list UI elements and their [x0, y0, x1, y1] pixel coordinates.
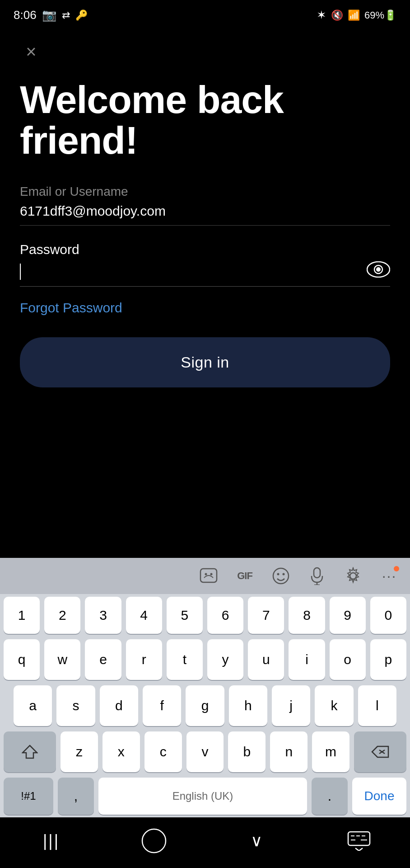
key-5[interactable]: 5: [167, 597, 203, 634]
svg-rect-17: [348, 832, 370, 845]
status-left: 8:06 📷 ⇄ 🔑: [14, 8, 88, 22]
status-bar: 8:06 📷 ⇄ 🔑 ✶ 🔇 📶 69%🔋: [0, 0, 410, 27]
eye-toggle-icon[interactable]: [367, 261, 390, 282]
backspace-key[interactable]: [354, 731, 406, 772]
svg-point-2: [376, 267, 381, 272]
space-key[interactable]: English (UK): [98, 778, 307, 815]
home-button[interactable]: [131, 827, 177, 854]
gear-icon[interactable]: [341, 564, 365, 588]
camera-icon: 📷: [42, 8, 56, 22]
key-6[interactable]: 6: [207, 597, 243, 634]
period-key[interactable]: .: [312, 778, 348, 815]
battery-icon: 69%🔋: [364, 9, 396, 21]
close-button[interactable]: ×: [20, 40, 42, 63]
svg-point-4: [205, 573, 207, 576]
keyboard-row-zxcv: z x c v b n m: [0, 729, 410, 775]
recents-button[interactable]: ∨: [234, 831, 279, 850]
forgot-password-link[interactable]: Forgot Password: [20, 300, 122, 316]
key-q[interactable]: q: [4, 639, 40, 680]
key-e[interactable]: e: [85, 639, 121, 680]
gif-icon[interactable]: GIF: [233, 564, 256, 588]
key-k[interactable]: k: [315, 685, 353, 726]
svg-marker-13: [23, 745, 37, 758]
status-right: ✶ 🔇 📶 69%🔋: [317, 8, 396, 22]
cast-icon: ⇄: [62, 9, 70, 21]
key-s[interactable]: s: [56, 685, 95, 726]
key-u[interactable]: u: [248, 639, 284, 680]
bluetooth-icon: ✶: [317, 8, 326, 22]
comma-key[interactable]: ,: [58, 778, 94, 815]
email-field-label: Email or Username: [20, 184, 390, 199]
key-w[interactable]: w: [44, 639, 80, 680]
keyboard-toolbar: GIF ···: [0, 558, 410, 594]
emoji-icon[interactable]: [269, 564, 293, 588]
key-7[interactable]: 7: [248, 597, 284, 634]
email-field-value[interactable]: 6171dff3@moodjoy.com: [20, 203, 390, 226]
svg-point-8: [283, 573, 285, 576]
key-f[interactable]: f: [143, 685, 181, 726]
keyboard-number-row: 1 2 3 4 5 6 7 8 9 0: [0, 594, 410, 637]
password-label: Password: [20, 242, 390, 257]
sign-in-button[interactable]: Sign in: [20, 337, 390, 387]
key-j[interactable]: j: [272, 685, 310, 726]
password-section: Password: [20, 242, 390, 287]
close-icon: ×: [26, 42, 36, 61]
keyboard-dismiss-button[interactable]: [336, 831, 382, 851]
key-v[interactable]: v: [186, 731, 224, 772]
keyboard-row-qwerty: q w e r t y u i o p: [0, 637, 410, 683]
eye-svg: [367, 261, 390, 278]
svg-point-12: [350, 573, 356, 579]
back-button[interactable]: |||: [29, 831, 74, 850]
status-time: 8:06: [14, 8, 37, 22]
key-0[interactable]: 0: [370, 597, 406, 634]
password-cursor: [20, 264, 21, 280]
key-d[interactable]: d: [100, 685, 138, 726]
key-8[interactable]: 8: [289, 597, 325, 634]
key-p[interactable]: p: [370, 639, 406, 680]
key-g[interactable]: g: [186, 685, 224, 726]
key-1[interactable]: 1: [4, 597, 40, 634]
shift-key[interactable]: [4, 731, 56, 772]
notification-dot: [394, 566, 399, 571]
sticker-icon[interactable]: [197, 564, 220, 588]
key-z[interactable]: z: [61, 731, 98, 772]
key-t[interactable]: t: [167, 639, 203, 680]
key-3[interactable]: 3: [85, 597, 121, 634]
password-field-wrapper[interactable]: [20, 264, 390, 287]
svg-point-16: [142, 829, 166, 853]
keyboard-area: GIF ··· 1 2 3 4 5 6 7 8 9 0 q w e r t y: [0, 558, 410, 868]
mute-icon: 🔇: [331, 9, 343, 21]
svg-point-5: [210, 573, 213, 576]
mic-icon[interactable]: [305, 564, 329, 588]
key-r[interactable]: r: [126, 639, 162, 680]
key-9[interactable]: 9: [330, 597, 366, 634]
key-n[interactable]: n: [270, 731, 308, 772]
key-x[interactable]: x: [102, 731, 140, 772]
key-m[interactable]: m: [312, 731, 349, 772]
svg-point-6: [273, 568, 289, 584]
key-2[interactable]: 2: [44, 597, 80, 634]
key-4[interactable]: 4: [126, 597, 162, 634]
keyboard-bottom-row: !#1 , English (UK) . Done: [0, 775, 410, 817]
keyboard-row-asdf: a s d f g h j k l: [0, 683, 410, 729]
svg-rect-9: [314, 568, 320, 578]
key-h[interactable]: h: [229, 685, 267, 726]
key-icon: 🔑: [75, 9, 88, 21]
key-a[interactable]: a: [14, 685, 52, 726]
svg-point-7: [277, 573, 280, 576]
symbols-key[interactable]: !#1: [4, 778, 53, 815]
bottom-nav: ||| ∨: [0, 817, 410, 868]
app-content: × Welcome back friend! Email or Username…: [0, 27, 410, 387]
key-b[interactable]: b: [228, 731, 266, 772]
done-key[interactable]: Done: [352, 778, 406, 815]
key-l[interactable]: l: [358, 685, 396, 726]
key-y[interactable]: y: [207, 639, 243, 680]
key-c[interactable]: c: [144, 731, 182, 772]
key-o[interactable]: o: [330, 639, 366, 680]
wifi-icon: 📶: [348, 9, 360, 21]
more-icon[interactable]: ···: [377, 564, 401, 588]
welcome-title: Welcome back friend!: [20, 79, 390, 161]
key-i[interactable]: i: [289, 639, 325, 680]
